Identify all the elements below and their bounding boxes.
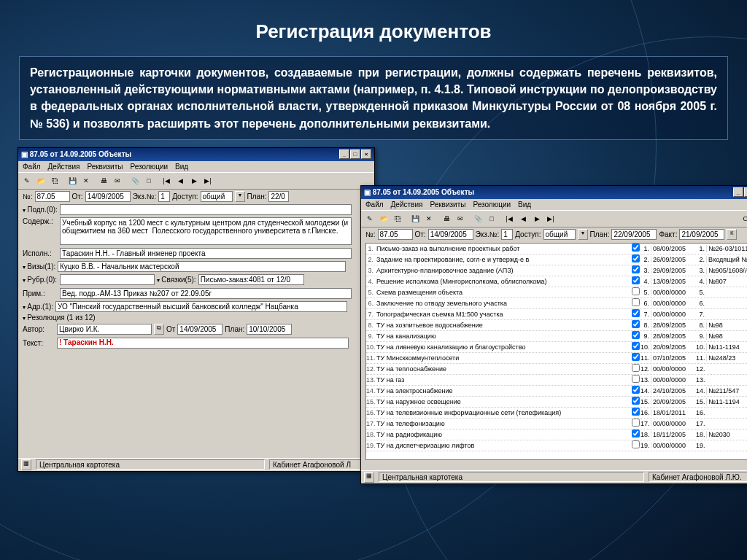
tb-del-icon[interactable]: ✕: [80, 174, 93, 187]
list-item[interactable]: 3.Архитектурно-планировочное задание (АП…: [366, 265, 747, 276]
input-ekz[interactable]: [158, 191, 170, 202]
list-item[interactable]: 1.Письмо-заказ на выполнение проектных р…: [366, 244, 747, 254]
menu-req[interactable]: Реквизиты: [430, 201, 465, 209]
row-date[interactable]: 20/09/2005: [651, 343, 696, 351]
input-dostup[interactable]: [201, 191, 233, 202]
input-prim[interactable]: [60, 288, 352, 299]
row-ref[interactable]: №98: [706, 332, 747, 340]
menu-file[interactable]: Файл: [365, 201, 384, 209]
input-plan[interactable]: [611, 229, 657, 240]
row-date[interactable]: 00/00/0000: [651, 376, 696, 384]
input-plan[interactable]: [268, 191, 289, 202]
row-date[interactable]: 00/00/0000: [651, 420, 696, 427]
row-date[interactable]: 00/00/0000: [651, 365, 696, 373]
list-item[interactable]: 16.ТУ на телевизионные информационные се…: [366, 408, 747, 419]
tb-attach-icon[interactable]: 📎: [471, 212, 484, 225]
tb-attach-icon[interactable]: 📎: [128, 174, 142, 187]
tb-copy-icon[interactable]: ⿻: [391, 212, 404, 225]
row-ref[interactable]: Входящий №4513: [706, 256, 747, 263]
row-ref[interactable]: №905/1608/А: [706, 267, 747, 274]
row-check[interactable]: [630, 386, 640, 395]
input-avtor[interactable]: [57, 324, 152, 335]
row-check[interactable]: [630, 254, 640, 264]
list-item[interactable]: 18.ТУ на радиофикацию18.18/11/200518.№20…: [366, 429, 747, 440]
tb-prev-icon[interactable]: ◀: [174, 174, 187, 187]
row-ref[interactable]: №248/23: [706, 354, 747, 362]
tb-open-icon[interactable]: 📂: [34, 174, 47, 187]
menu-view[interactable]: Вид: [175, 163, 188, 171]
tb-next-icon[interactable]: ▶: [530, 212, 543, 225]
menu-view[interactable]: Вид: [518, 201, 531, 209]
input-fakt[interactable]: [679, 229, 724, 240]
row-check[interactable]: [630, 440, 640, 450]
row-check[interactable]: [630, 397, 640, 406]
maximize-button[interactable]: □: [744, 187, 747, 197]
row-check[interactable]: [630, 320, 640, 330]
tb-del-icon[interactable]: ✕: [422, 212, 436, 225]
row-date[interactable]: 00/00/0000: [651, 311, 696, 318]
input-ot[interactable]: [428, 229, 473, 240]
input-vizy[interactable]: [58, 261, 346, 272]
row-date[interactable]: 29/09/2005: [651, 267, 696, 274]
row-date[interactable]: 24/10/2005: [651, 387, 696, 394]
input-tekst[interactable]: ! Тараскин Н.Н.: [57, 338, 349, 349]
row-ref[interactable]: №2030: [706, 431, 747, 438]
avtor-lookup-icon[interactable]: ⧉: [154, 324, 164, 335]
tb-save-icon[interactable]: 💾: [66, 174, 79, 187]
list-item[interactable]: 10.ТУ на ливневую канализацию и благоуст…: [366, 342, 747, 353]
list-item[interactable]: 6.Заключение по отводу земельного участк…: [366, 298, 747, 309]
tb-mail-icon[interactable]: ✉: [111, 174, 124, 187]
titlebar-1[interactable]: ▣ 87.05 от 14.09.2005 Объекты _ □ ×: [18, 148, 374, 161]
list-item[interactable]: 9.ТУ на канализацию9.28/09/20059.№98: [366, 331, 747, 342]
list-item[interactable]: 13.ТУ на газ13.00/00/000013.: [366, 375, 747, 386]
list-item[interactable]: 11.ТУ Минсккоммунтеплосети11.07/10/20051…: [366, 353, 747, 364]
row-date[interactable]: 07/10/2005: [651, 354, 696, 362]
k-button[interactable]: К: [727, 229, 737, 240]
lbl-adr[interactable]: Адр.(1):: [23, 303, 53, 311]
input-ot[interactable]: [85, 191, 131, 202]
dostup-dropdown-icon[interactable]: ▾: [235, 191, 245, 202]
lbl-rubr[interactable]: Рубр.(0):: [23, 276, 58, 284]
menu-res[interactable]: Резолюции: [130, 163, 168, 171]
row-date[interactable]: 18/11/2005: [651, 431, 696, 438]
lbl-podp[interactable]: Подп.(0):: [23, 206, 58, 214]
tb-copy-icon[interactable]: ⿻: [48, 174, 61, 187]
row-date[interactable]: 28/09/2005: [651, 332, 696, 340]
row-ref[interactable]: №26-03/1011: [706, 245, 747, 252]
row-check[interactable]: [630, 353, 640, 362]
tb-print-icon[interactable]: 🖶: [440, 212, 453, 225]
row-date[interactable]: 08/09/2005: [651, 245, 696, 252]
status-btn[interactable]: ▦: [364, 472, 374, 483]
row-ref[interactable]: №211/547: [706, 387, 747, 394]
tb-first-icon[interactable]: |◀: [160, 174, 173, 187]
tb-first-icon[interactable]: |◀: [503, 212, 516, 225]
list-item[interactable]: 12.ТУ на теплоснабжение12.00/00/000012.: [366, 364, 747, 375]
tb-print-icon[interactable]: 🖶: [97, 174, 110, 187]
tb-next-icon[interactable]: ▶: [187, 174, 201, 187]
row-check[interactable]: [630, 265, 640, 275]
tb-o-button[interactable]: О: [739, 212, 747, 225]
list-item[interactable]: 7.Топографическая съемка М1:500 участка7…: [366, 309, 747, 320]
input-svyaz[interactable]: [198, 274, 304, 285]
row-date[interactable]: 28/09/2005: [651, 322, 696, 329]
row-check[interactable]: [630, 276, 640, 286]
maximize-button[interactable]: □: [350, 149, 360, 159]
row-check[interactable]: [630, 298, 640, 308]
row-check[interactable]: [630, 408, 640, 417]
input-ekz[interactable]: [501, 229, 513, 240]
row-check[interactable]: [630, 309, 640, 319]
list-item[interactable]: 4.Решение исполкома (Мингорисполкома, об…: [366, 276, 747, 287]
menu-res[interactable]: Резолюции: [473, 201, 511, 209]
tb-mail-icon[interactable]: ✉: [454, 212, 467, 225]
input-rez-plan[interactable]: [247, 324, 292, 335]
list-item[interactable]: 17.ТУ на телефонизацию17.00/00/000017.: [366, 419, 747, 429]
input-rez-ot[interactable]: [177, 324, 222, 335]
list-item[interactable]: 14.ТУ на электроснабжение14.24/10/200514…: [366, 386, 747, 397]
list-item[interactable]: 2.Задание на проектирование, согл-е и ут…: [366, 254, 747, 265]
row-date[interactable]: 00/00/0000: [651, 442, 696, 449]
row-ref[interactable]: №11-1194: [706, 398, 747, 405]
row-ref[interactable]: №807: [706, 278, 747, 285]
input-soderzh[interactable]: [60, 217, 352, 245]
tb-last-icon[interactable]: ▶|: [544, 212, 557, 225]
tb-save-icon[interactable]: 💾: [409, 212, 422, 225]
